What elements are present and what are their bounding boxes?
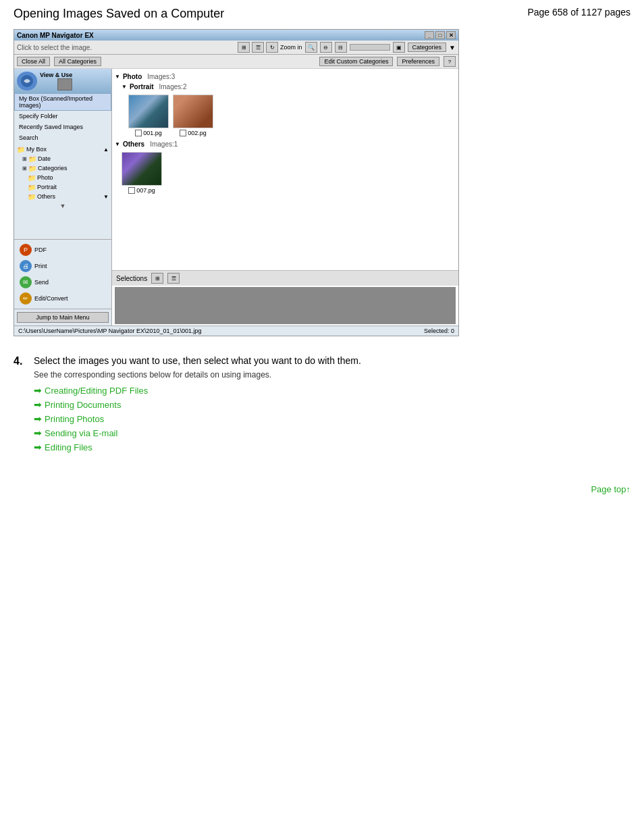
image-thumb-007[interactable]: 007.pg (122, 152, 162, 194)
others-section-header[interactable]: ▼ Others Images:1 (115, 139, 456, 149)
sidebar-search-btn[interactable]: Search (14, 132, 111, 143)
all-categories-button[interactable]: All Categories (54, 57, 101, 66)
tree-item-portrait[interactable]: 📁 Portrait (14, 182, 111, 192)
selections-label: Selections (116, 275, 147, 282)
sidebar-view-use-label: View & Use (40, 72, 72, 78)
link-creating-editing-pdf[interactable]: Creating/Editing PDF Files (45, 386, 148, 396)
close-button[interactable]: ✕ (446, 31, 456, 39)
checkbox-002[interactable]: 002.pg (180, 130, 207, 136)
edit-custom-categories-button[interactable]: Edit Custom Categories (319, 57, 393, 66)
portrait-subsection: ▼ Portrait Images:2 001.pg (122, 82, 456, 139)
sidebar-edit-action[interactable]: ✏ Edit/Convert (17, 291, 109, 306)
photo-arrow-icon: ▼ (115, 74, 120, 80)
close-all-button[interactable]: Close All (17, 57, 50, 66)
maximize-button[interactable]: □ (435, 31, 445, 39)
folder-icon-others: 📁 (28, 192, 36, 201)
window-body: View & Use My Box (Scanned/Imported Imag… (14, 69, 458, 325)
step4-sub-text: See the corresponding sections below for… (34, 370, 630, 380)
thumbnail-001 (128, 95, 169, 128)
sidebar-send-action[interactable]: ✉ Send (17, 275, 109, 290)
page-top-link[interactable]: Page top↑ (591, 484, 630, 494)
file-path: C:\Users\UserName\Pictures\MP Navigator … (18, 328, 201, 334)
zoom-label: Zoom in (280, 44, 302, 51)
checkbox-007[interactable]: 007.pg (128, 187, 155, 194)
rotate-icon[interactable]: ↻ (266, 42, 278, 53)
window-title: Canon MP Navigator EX (17, 32, 94, 39)
preview-icon[interactable]: ▣ (393, 42, 405, 53)
sidebar-print-action[interactable]: 🖨 Print (17, 259, 109, 273)
list-view-icon[interactable]: ☰ (252, 42, 264, 53)
tree-item-date[interactable]: ⊞ 📁 Date (14, 154, 111, 163)
grid-view-icon[interactable]: ⊞ (238, 42, 250, 53)
expand-icon: ⊞ (22, 156, 27, 162)
tree-item-photo[interactable]: 📁 Photo (14, 173, 111, 182)
content-area: ▼ Photo Images:3 ▼ Portrait Images:2 (112, 69, 458, 325)
link-item-4: ➡ Editing Files (34, 442, 630, 452)
image-thumb-002[interactable]: 002.pg (173, 95, 213, 136)
top-toolbar: Click to select the image. ⊞ ☰ ↻ Zoom in… (14, 41, 458, 55)
step4-number: 4. (14, 355, 27, 456)
sidebar-specify-folder-btn[interactable]: Specify Folder (14, 111, 111, 122)
sidebar-pdf-action[interactable]: P PDF (17, 242, 109, 257)
step4-item: 4. Select the images you want to use, th… (14, 355, 630, 456)
tree-item-categories[interactable]: ⊞ 📁 Categories (14, 163, 111, 173)
step4-section: 4. Select the images you want to use, th… (14, 348, 630, 471)
sidebar-recently-saved-btn[interactable]: Recently Saved Images (14, 122, 111, 132)
zoom-out-icon[interactable]: ⊖ (320, 42, 332, 53)
zoom-in-icon[interactable]: 🔍 (305, 42, 317, 53)
scroll-indicator: ▲ (103, 147, 109, 153)
image-thumb-001[interactable]: 001.pg (128, 95, 169, 136)
sidebar-icon (57, 78, 72, 90)
fit-icon[interactable]: ⊟ (335, 42, 347, 53)
help-icon[interactable]: ? (444, 56, 456, 67)
check-icon-007[interactable] (128, 187, 135, 194)
checkbox-001[interactable]: 001.pg (135, 130, 162, 136)
print-icon: 🖨 (20, 260, 32, 272)
categories-button[interactable]: Categories (408, 43, 447, 52)
page-header: Opening Images Saved on a Computer Page … (14, 7, 630, 21)
canon-mp-navigator-window: Canon MP Navigator EX _ □ ✕ Click to sel… (14, 29, 459, 336)
toolbar-right: 🔍 ⊖ ⊟ ▣ Categories ▼ (305, 42, 456, 53)
selections-list-icon[interactable]: ☰ (167, 273, 180, 284)
selections-area (115, 287, 456, 324)
tree-item-mybox[interactable]: 📁 My Box ▲ (14, 145, 111, 154)
arrow-icon-2: ➡ (34, 413, 42, 424)
tree-item-others[interactable]: 📁 Others ▼ (14, 192, 111, 201)
link-printing-photos[interactable]: Printing Photos (45, 414, 104, 424)
preferences-button[interactable]: Preferences (397, 57, 439, 66)
click-to-select-text: Click to select the image. (17, 44, 235, 51)
folder-icon: 📁 (17, 145, 25, 153)
sidebar-my-box-btn[interactable]: My Box (Scanned/Imported Images) (14, 93, 111, 111)
window-titlebar: Canon MP Navigator EX _ □ ✕ (14, 30, 458, 41)
thumbnail-002 (173, 95, 213, 128)
others-image-grid: 007.pg (115, 149, 456, 197)
check-icon-002[interactable] (180, 130, 186, 136)
arrow-icon-1: ➡ (34, 399, 42, 410)
expand-icon-cat: ⊞ (22, 165, 27, 172)
dropdown-arrow-icon[interactable]: ▼ (449, 44, 456, 51)
folder-icon-portrait: 📁 (28, 183, 36, 191)
link-editing-files[interactable]: Editing Files (45, 442, 92, 452)
check-icon-001[interactable] (135, 130, 142, 136)
link-sending-email[interactable]: Sending via E-mail (45, 428, 117, 438)
scroll-down-icon: ▼ (103, 194, 109, 200)
selections-grid-icon[interactable]: ⊞ (151, 273, 163, 284)
link-item-3: ➡ Sending via E-mail (34, 427, 630, 438)
jump-to-main-menu-button[interactable]: Jump to Main Menu (17, 312, 109, 323)
folder-icon-photo: 📁 (28, 174, 36, 182)
selected-count: Selected: 0 (424, 328, 454, 334)
minimize-button[interactable]: _ (425, 31, 434, 39)
selections-bar: Selections ⊞ ☰ (112, 270, 458, 286)
portrait-section-header[interactable]: ▼ Portrait Images:2 (122, 82, 456, 92)
send-icon: ✉ (20, 276, 32, 288)
zoom-slider[interactable] (350, 44, 390, 51)
others-arrow-icon: ▼ (115, 141, 120, 147)
link-printing-documents[interactable]: Printing Documents (45, 400, 121, 410)
arrow-icon-3: ➡ (34, 427, 42, 438)
portrait-arrow-icon: ▼ (122, 84, 127, 90)
photo-section-header[interactable]: ▼ Photo Images:3 (115, 72, 456, 82)
content-body: ▼ Photo Images:3 ▼ Portrait Images:2 (112, 69, 458, 270)
portrait-image-grid: 001.pg 002.pg (122, 92, 456, 139)
step4-link-list: ➡ Creating/Editing PDF Files ➡ Printing … (34, 385, 630, 452)
arrow-icon-0: ➡ (34, 385, 42, 396)
